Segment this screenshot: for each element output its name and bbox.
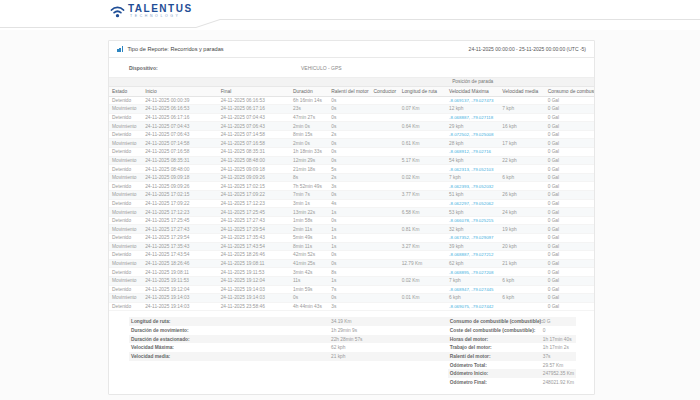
cell-longitud-de-ruta: 0.64 Km — [399, 122, 446, 131]
cell-consumo-de-combustible: 0 Gal — [545, 182, 594, 191]
summary-row-left-0: Longitud de ruta:34.19 Km — [129, 317, 448, 326]
cell-estado: Movimiento — [109, 242, 142, 251]
report-title-bar: Tipo de Reporte: Recorridos y paradas 24… — [109, 41, 594, 58]
stop-position-link[interactable]: -8.062393, -79.052032 — [449, 184, 493, 189]
cell-consumo-de-combustible: 0 Gal — [545, 225, 594, 234]
table-row: Movimiento24-11-2025 07:04:4324-11-2025 … — [109, 122, 594, 131]
cell-ralentí-del-motor: 0s — [328, 294, 370, 303]
cell-consumo-de-combustible: 0 Gal — [545, 251, 594, 260]
cell-conductor — [371, 294, 399, 303]
summary-label: Consumo de combustible (combustible): — [450, 319, 543, 324]
cell-velocidad-media: 16 kph — [499, 122, 544, 131]
cell-velocidad-media — [499, 234, 544, 243]
column-header-1: Inicio — [142, 86, 217, 96]
cell-final: 24-11-2025 06:16:53 — [218, 96, 290, 105]
cell-consumo-de-combustible: 0 Gal — [545, 156, 594, 165]
cell-longitud-de-ruta: 0.07 Km — [399, 105, 446, 114]
cell-conductor — [371, 268, 399, 277]
cell-velocidad-máxima: 28 kph — [446, 139, 499, 148]
summary-row-right-3: Trabajo del motor:1h 17min 2s — [448, 343, 576, 352]
cell-velocidad-media: 17 kph — [499, 139, 544, 148]
stop-position-link[interactable]: -8.066078, -79.025215 — [449, 218, 493, 223]
cell-longitud-de-ruta — [399, 302, 446, 311]
cell-longitud-de-ruta — [399, 96, 446, 105]
report-table-head: Posición de paradaEstadoInicioFinalDurac… — [109, 78, 594, 96]
cell-longitud-de-ruta: 0.61 Km — [399, 139, 446, 148]
brand-logo: TALENTUS TECHNOLOGY — [110, 4, 193, 19]
column-header-3: Duración — [290, 86, 328, 96]
stop-position-link[interactable]: -8.068887, -79.027118 — [449, 115, 493, 120]
cell-conductor — [371, 173, 399, 182]
cell-final: 24-11-2025 17:43:54 — [218, 242, 290, 251]
cell-final: 24-11-2025 17:35:43 — [218, 234, 290, 243]
cell-final: 24-11-2025 17:27:43 — [218, 216, 290, 225]
cell-conductor — [371, 122, 399, 131]
cell-conductor — [371, 182, 399, 191]
cell-longitud-de-ruta — [399, 285, 446, 294]
report-summary: Longitud de ruta:34.19 KmDuración de mov… — [109, 311, 594, 394]
stop-position-link[interactable]: -8.067352, -79.029097 — [449, 235, 493, 240]
cell-ralentí-del-motor: 1s — [328, 225, 370, 234]
cell-estado: Detenido — [109, 251, 142, 260]
summary-label: Velocidad Máxima: — [131, 345, 331, 350]
cell-velocidad-máxima: 54 kph — [446, 156, 499, 165]
cell-conductor — [371, 276, 399, 285]
stop-position-link[interactable]: -8.068912, -79.02716 — [449, 149, 491, 154]
stop-position-link[interactable]: -8.069075, -79.027442 — [449, 304, 493, 309]
summary-block-left: Longitud de ruta:34.19 KmDuración de mov… — [129, 317, 448, 360]
stop-position-link[interactable]: -8.072502, -79.025008 — [449, 132, 493, 137]
cell-consumo-de-combustible: 0 Gal — [545, 276, 594, 285]
cell-final: 24-11-2025 07:16:58 — [218, 139, 290, 148]
stop-position-link[interactable]: -8.068887, -79.027212 — [449, 252, 493, 257]
cell-final: 24-11-2025 17:02:15 — [218, 182, 290, 191]
stop-position-link[interactable]: -8.069137, -79.027473 — [449, 98, 493, 103]
cell-duración: 13min 22s — [290, 208, 328, 217]
cell-final: 24-11-2025 07:06:43 — [218, 122, 290, 131]
cell-inicio: 24-11-2025 08:35:31 — [142, 156, 217, 165]
cell-conductor — [371, 113, 399, 122]
device-value: VEHICULO - GPS — [301, 65, 342, 71]
stop-position-link[interactable]: -8.068895, -79.027208 — [449, 270, 493, 275]
stop-position-link[interactable]: -8.068947, -79.027445 — [449, 287, 493, 292]
cell-ralentí-del-motor: 0s — [328, 105, 370, 114]
cell-consumo-de-combustible: 0 Gal — [545, 96, 594, 105]
stop-position-link[interactable]: -8.062297, -79.052062 — [449, 201, 493, 206]
summary-value: 0 — [543, 328, 546, 333]
cell-ralentí-del-motor: 3s — [328, 182, 370, 191]
cell-final: 24-11-2025 17:09:22 — [218, 191, 290, 200]
cell-ralentí-del-motor: 3s — [328, 302, 370, 311]
cell-ralentí-del-motor: 8s — [328, 268, 370, 277]
cell-velocidad-máxima: 32 kph — [446, 225, 499, 234]
cell-inicio: 24-11-2025 17:12:23 — [142, 208, 217, 217]
table-row: Detenido24-11-2025 00:00:3924-11-2025 06… — [109, 96, 594, 105]
summary-row-right-0: Consumo de combustible (combustible):0 G — [448, 317, 576, 326]
table-header-row: EstadoInicioFinalDuraciónRalentí del mot… — [109, 86, 594, 96]
cell-velocidad-máxima: -8.068912, -79.02716 — [446, 148, 499, 157]
table-row: Movimiento24-11-2025 17:35:4324-11-2025 … — [109, 242, 594, 251]
cell-estado: Detenido — [109, 182, 142, 191]
cell-inicio: 24-11-2025 07:04:43 — [142, 122, 217, 131]
cell-velocidad-máxima: -8.069075, -79.027442 — [446, 302, 499, 311]
cell-consumo-de-combustible: 0 Gal — [545, 208, 594, 217]
cell-consumo-de-combustible: 0 Gal — [545, 285, 594, 294]
cell-velocidad-media — [499, 216, 544, 225]
summary-label: Velocidad media: — [131, 354, 331, 359]
summary-label: Odómetro Inicio: — [450, 371, 543, 376]
cell-ralentí-del-motor: 4s — [328, 199, 370, 208]
cell-final: 24-11-2025 23:58:46 — [218, 302, 290, 311]
table-row: Movimiento24-11-2025 09:09:1824-11-2025 … — [109, 173, 594, 182]
cell-velocidad-media — [499, 302, 544, 311]
cell-velocidad-máxima: 39 kph — [446, 242, 499, 251]
summary-label: Horas del motor: — [450, 337, 543, 342]
cell-velocidad-máxima: -8.062313, -79.052103 — [446, 165, 499, 174]
cell-ralentí-del-motor: 0s — [328, 191, 370, 200]
brand-name: TALENTUS — [128, 4, 193, 14]
summary-value: 1h 29min 9s — [331, 328, 357, 333]
report-table-body: Detenido24-11-2025 00:00:3924-11-2025 06… — [109, 96, 594, 311]
stop-position-link[interactable]: -8.062313, -79.052103 — [449, 167, 493, 172]
cell-conductor — [371, 139, 399, 148]
cell-conductor — [371, 251, 399, 260]
cell-inicio: 24-11-2025 19:14:03 — [142, 294, 217, 303]
cell-estado: Movimiento — [109, 294, 142, 303]
cell-velocidad-máxima: -8.066078, -79.025215 — [446, 216, 499, 225]
